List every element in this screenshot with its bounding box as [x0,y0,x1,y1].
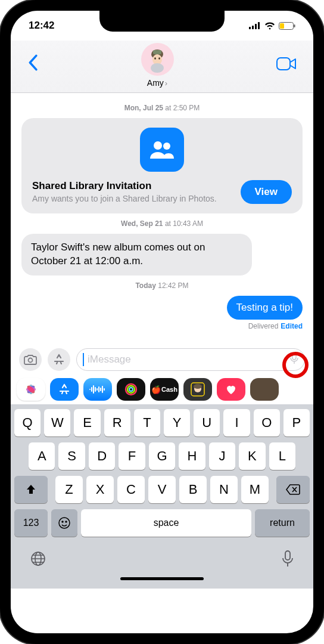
sent-message-bubble[interactable]: Testing a tip! [227,296,303,320]
key-y[interactable]: Y [164,409,190,436]
messages-header: Amy › [11,41,313,93]
key-w[interactable]: W [44,409,70,436]
message-input-bar: iMessage [11,343,313,376]
key-u[interactable]: U [194,409,220,436]
svg-rect-5 [294,24,295,27]
apple-cash-app-icon[interactable]: 🍎Cash [150,378,179,401]
shift-key[interactable] [14,476,48,503]
svg-rect-13 [277,58,290,70]
invite-title: Shared Library Invitation [32,180,217,192]
svg-point-33 [62,521,63,522]
memoji-stickers-app-icon[interactable] [183,378,212,401]
delivered-label: Delivered [248,322,279,330]
text-cursor [83,353,84,366]
svg-point-12 [151,63,164,73]
svg-rect-8 [153,50,161,54]
key-t[interactable]: T [134,409,160,436]
message-thread[interactable]: Mon, Jul 25 at 2:50 PM Shared Library In… [11,93,313,343]
svg-rect-0 [249,27,251,29]
key-l[interactable]: L [269,442,295,470]
timestamp-row: Wed, Sep 21 at 10:43 AM [21,219,303,228]
message-placeholder: iMessage [88,354,286,366]
svg-rect-1 [252,26,254,29]
key-q[interactable]: Q [14,409,40,436]
key-n[interactable]: N [210,476,238,503]
key-g[interactable]: G [149,442,175,470]
invite-subtitle: Amy wants you to join a Shared Library i… [32,193,217,204]
svg-point-16 [29,358,33,363]
message-status-row: Delivered Edited [21,322,303,330]
status-time: 12:42 [29,20,54,32]
backspace-key[interactable] [276,476,310,503]
avatar [141,43,174,76]
edited-label[interactable]: Edited [281,322,303,330]
svg-point-34 [66,521,67,522]
key-a[interactable]: A [29,442,55,470]
key-e[interactable]: E [74,409,100,436]
app-strip[interactable]: 🍎Cash [11,376,313,404]
svg-point-14 [154,141,162,150]
digital-touch-app-icon[interactable] [217,378,245,401]
notch [99,11,225,32]
key-z[interactable]: Z [55,476,83,503]
shared-library-invitation-card[interactable]: Shared Library Invitation Amy wants you … [21,118,303,213]
key-o[interactable]: O [254,409,280,436]
svg-point-10 [154,57,156,60]
view-button[interactable]: View [241,180,292,204]
svg-rect-2 [255,24,257,29]
back-button[interactable] [21,52,44,78]
message-input-field[interactable]: iMessage [76,348,305,371]
key-x[interactable]: X [86,476,114,503]
keyboard: QWERTYUIOP ASDFGHJKL ZXCVBNM 123 space r… [11,404,313,589]
key-c[interactable]: C [117,476,145,503]
app-store-icon[interactable] [50,378,79,401]
space-key[interactable]: space [81,509,251,537]
numbers-key[interactable]: 123 [14,509,48,537]
svg-rect-37 [285,551,290,560]
svg-point-28 [129,388,133,391]
key-d[interactable]: D [89,442,115,470]
camera-button[interactable] [19,348,42,371]
contact-info-button[interactable]: Amy › [141,43,174,88]
dictation-key[interactable] [281,550,294,570]
received-message-bubble[interactable]: Taylor Swift's new album comes out on Oc… [21,234,252,275]
fitness-app-icon[interactable] [117,378,145,401]
svg-rect-6 [280,23,284,29]
key-p[interactable]: P [284,409,310,436]
key-s[interactable]: S [58,442,85,470]
svg-point-15 [163,143,170,150]
contact-name: Amy [147,78,164,88]
key-v[interactable]: V [148,476,176,503]
people-icon [140,128,184,172]
svg-point-31 [194,384,202,389]
key-h[interactable]: H [179,442,205,470]
key-b[interactable]: B [179,476,207,503]
key-r[interactable]: R [104,409,130,436]
timestamp-row: Today 12:42 PM [21,281,303,290]
facetime-video-button[interactable] [270,55,303,75]
audio-message-app-icon[interactable] [83,378,112,401]
annotation-highlight-circle [282,352,309,378]
wifi-icon [264,22,275,30]
app-extra-icon[interactable] [250,378,279,401]
return-key[interactable]: return [255,509,310,537]
photos-app-icon[interactable] [17,378,45,401]
globe-key[interactable] [30,550,46,569]
svg-rect-3 [258,22,260,29]
cellular-signal-icon [249,22,261,29]
home-indicator[interactable] [120,577,204,580]
svg-point-32 [59,518,70,528]
timestamp-row: Mon, Jul 25 at 2:50 PM [21,104,303,112]
key-i[interactable]: I [223,409,250,436]
battery-icon [279,22,295,30]
key-m[interactable]: M [241,476,269,503]
app-store-apps-button[interactable] [48,348,70,371]
key-f[interactable]: F [119,442,145,470]
chevron-right-icon: › [165,79,167,88]
svg-point-11 [158,57,160,60]
key-j[interactable]: J [209,442,235,470]
key-k[interactable]: K [239,442,265,470]
emoji-key[interactable] [51,509,77,537]
